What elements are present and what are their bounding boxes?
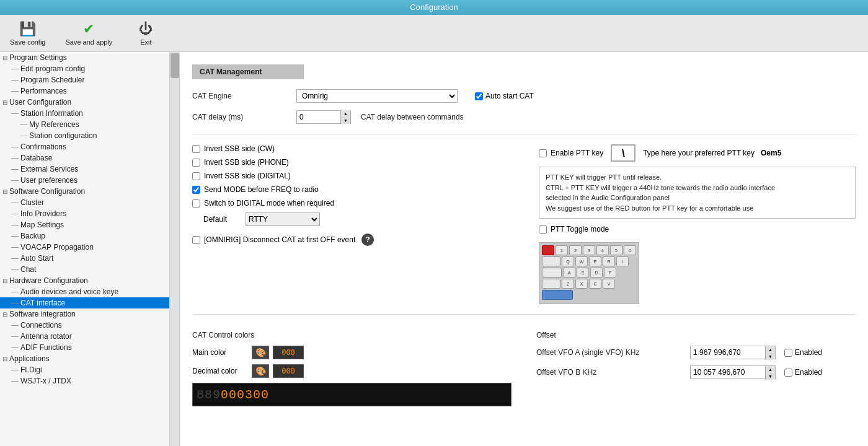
vfo-a-enabled-label: Enabled: [784, 348, 822, 357]
sidebar-item-user-configuration[interactable]: ⊟User Configuration: [0, 97, 169, 108]
main-color-row: Main color 🎨 000: [192, 346, 512, 359]
vfo-a-down[interactable]: ▼: [765, 353, 775, 360]
vfo-b-spinner: ▲ ▼: [765, 366, 775, 380]
sidebar-item-info-providers[interactable]: —Info Providers: [0, 208, 169, 219]
decimal-color-value: 000: [273, 364, 304, 378]
sidebar-item-wsjtx[interactable]: —WSJT-x / JTDX: [0, 375, 169, 387]
default-label: Default: [203, 215, 241, 224]
vfo-a-input[interactable]: [691, 346, 765, 359]
kb-key-x: X: [575, 279, 588, 289]
ptt-toggle-label: PTT Toggle mode: [551, 225, 609, 234]
sidebar-item-adif-functions[interactable]: —ADIF Functions: [0, 342, 169, 353]
cat-delay-input[interactable]: [297, 111, 340, 123]
dash-my-references: —: [20, 120, 27, 129]
exit-button[interactable]: ⏻ Exit: [127, 19, 164, 48]
ptt-toggle-checkbox[interactable]: [539, 225, 547, 234]
sidebar-label-program-scheduler: Program Scheduler: [20, 76, 84, 84]
exit-label: Exit: [140, 38, 151, 46]
sidebar-item-cat-interface[interactable]: —CAT interface: [0, 297, 169, 308]
sidebar-item-station-configuration[interactable]: —Station configuration: [0, 130, 169, 141]
kb-key-a: A: [563, 268, 575, 278]
spinner-up[interactable]: ▲: [340, 110, 350, 117]
auto-start-cat-checkbox[interactable]: [475, 92, 483, 100]
divider1: [192, 134, 856, 134]
sidebar-item-backup[interactable]: —Backup: [0, 230, 169, 242]
kb-key-1: 1: [556, 245, 568, 255]
vfo-b-label: Offset VFO B KHz: [536, 368, 685, 377]
sidebar-item-audio-devices[interactable]: —Audio devices and voice keye: [0, 286, 169, 297]
omnirig-disconnect-checkbox[interactable]: [192, 236, 200, 244]
help-icon[interactable]: ?: [361, 234, 374, 246]
sidebar-item-auto-start[interactable]: —Auto Start: [0, 253, 169, 264]
sidebar-item-database[interactable]: —Database: [0, 152, 169, 164]
enable-ptt-checkbox[interactable]: [539, 149, 547, 157]
sidebar-item-software-configuration[interactable]: ⊟Software Configuration: [0, 186, 169, 197]
dash-info-providers: —: [11, 209, 19, 218]
save-config-button[interactable]: 💾 Save config: [5, 19, 50, 48]
save-apply-button[interactable]: ✔ Save and apply: [60, 19, 117, 48]
sidebar-item-software-integration[interactable]: ⊟Software integration: [0, 308, 169, 320]
sidebar-label-confirmations: Confirmations: [20, 142, 66, 151]
vfo-a-enabled-checkbox[interactable]: [784, 349, 792, 357]
kb-key-space: [542, 290, 573, 300]
kb-key-d: D: [590, 268, 603, 278]
sidebar-item-performances[interactable]: —Performances: [0, 85, 169, 97]
spinner-down[interactable]: ▼: [340, 117, 350, 124]
invert-ssb-cw-row: Invert SSB side (CW): [192, 144, 509, 153]
main-color-picker[interactable]: 🎨: [252, 346, 269, 359]
sidebar-item-edit-program-config[interactable]: —Edit program config: [0, 63, 169, 74]
sidebar-item-external-services[interactable]: —External Services: [0, 164, 169, 175]
sidebar-item-voacap-propagation[interactable]: —VOACAP Propagation: [0, 242, 169, 253]
vfo-b-enabled-checkbox[interactable]: [784, 369, 792, 377]
section-header-wrapper: CAT Management: [180, 52, 868, 89]
vfo-b-input[interactable]: [691, 366, 765, 378]
auto-start-cat-text: Auto start CAT: [485, 92, 534, 100]
invert-ssb-digital-checkbox[interactable]: [192, 172, 200, 180]
sidebar-item-antenna-rotator[interactable]: —Antenna rotator: [0, 331, 169, 342]
send-mode-label: Send MODE before FREQ to radio: [204, 185, 319, 194]
sidebar-item-confirmations[interactable]: —Confirmations: [0, 141, 169, 152]
dash-adif-functions: —: [11, 343, 19, 352]
vfo-b-up[interactable]: ▲: [765, 366, 775, 373]
ptt-key-name: Oem5: [761, 149, 781, 157]
sidebar-item-cluster[interactable]: —Cluster: [0, 197, 169, 208]
sidebar-item-program-settings[interactable]: ⊟Program Settings: [0, 52, 169, 63]
vfo-a-up[interactable]: ▲: [765, 346, 775, 353]
sidebar-item-user-preferences[interactable]: —User preferences: [0, 175, 169, 186]
invert-ssb-phone-label: Invert SSB side (PHONE): [204, 158, 289, 167]
sidebar-item-hardware-configuration[interactable]: ⊟Hardware Configuration: [0, 275, 169, 286]
sidebar-label-antenna-rotator: Antenna rotator: [20, 332, 72, 341]
right-column: Enable PTT key \ Type here your preferre…: [531, 144, 856, 304]
sidebar-item-connections[interactable]: —Connections: [0, 320, 169, 331]
decimal-color-picker[interactable]: 🎨: [252, 364, 269, 378]
bottom-grid: CAT Control colors Main color 🎨 000 Deci…: [192, 331, 856, 406]
enable-ptt-label: Enable PTT key: [551, 149, 603, 157]
send-mode-checkbox[interactable]: [192, 186, 200, 194]
sidebar-item-my-references[interactable]: —My References: [0, 119, 169, 130]
divider2: [192, 314, 856, 315]
sidebar-item-map-settings[interactable]: —Map Settings: [0, 219, 169, 230]
offset-title: Offset: [536, 331, 856, 339]
sidebar-label-performances: Performances: [20, 87, 67, 95]
cat-engine-select[interactable]: Omnirig HamLib FLRig Direct: [296, 89, 458, 103]
invert-ssb-cw-checkbox[interactable]: [192, 145, 200, 153]
sidebar-item-applications[interactable]: ⊟Applications: [0, 353, 169, 364]
kb-key-v: V: [603, 279, 615, 289]
sidebar-item-station-information[interactable]: —Station Information: [0, 108, 169, 119]
sidebar-label-user-configuration: User Configuration: [9, 98, 71, 107]
scrollbar-thumb: [170, 53, 179, 78]
cat-delay-row: CAT delay (ms) ▲ ▼ CAT delay between com…: [192, 110, 856, 124]
switch-digital-checkbox[interactable]: [192, 199, 200, 208]
sidebar-item-chat[interactable]: —Chat: [0, 264, 169, 275]
invert-ssb-cw-label: Invert SSB side (CW): [204, 144, 275, 153]
enable-ptt-row: Enable PTT key \ Type here your preferre…: [539, 144, 856, 162]
default-mode-select[interactable]: RTTY PSK31 FT8 JS8: [246, 212, 320, 226]
vfo-b-down[interactable]: ▼: [765, 373, 775, 380]
invert-ssb-phone-checkbox[interactable]: [192, 159, 200, 167]
dash-station-information: —: [11, 109, 19, 118]
kb-key-r: R: [603, 256, 615, 266]
left-column: Invert SSB side (CW) Invert SSB side (PH…: [192, 144, 516, 304]
sidebar-scrollbar[interactable]: [169, 52, 179, 446]
sidebar-item-fldigi[interactable]: —FLDigi: [0, 364, 169, 375]
sidebar-item-program-scheduler[interactable]: —Program Scheduler: [0, 74, 169, 85]
